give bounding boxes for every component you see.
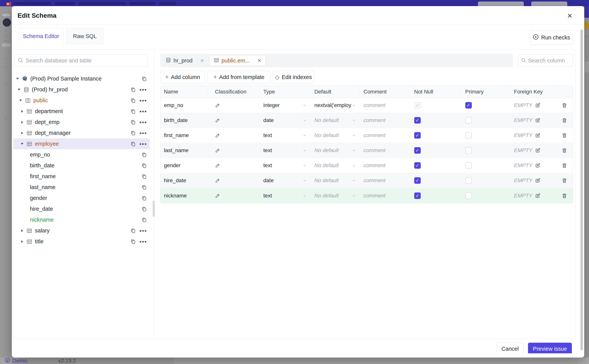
not-null-checkbox[interactable]: [414, 102, 421, 109]
database-search-input[interactable]: [26, 58, 145, 64]
type-select[interactable]: integer: [260, 98, 311, 113]
delete-column-icon[interactable]: [562, 148, 567, 153]
comment-input[interactable]: comment: [363, 193, 385, 199]
copy-icon[interactable]: [141, 174, 147, 179]
edit-foreign-key-icon[interactable]: [535, 178, 540, 183]
default-select[interactable]: No default: [310, 128, 360, 143]
primary-checkbox[interactable]: [465, 162, 472, 169]
copy-icon[interactable]: [141, 206, 147, 212]
panel-resize-handle[interactable]: [153, 201, 154, 217]
copy-icon[interactable]: [130, 98, 136, 103]
not-null-checkbox[interactable]: [414, 132, 421, 139]
edit-foreign-key-icon[interactable]: [535, 163, 540, 168]
classification-edit-icon[interactable]: [215, 163, 220, 168]
classification-edit-icon[interactable]: [215, 118, 220, 123]
tab-raw-sql[interactable]: Raw SQL: [66, 28, 104, 44]
default-select[interactable]: No default: [310, 113, 360, 128]
close-tab-icon[interactable]: ✕: [257, 58, 261, 63]
more-actions-icon[interactable]: •••: [139, 142, 147, 146]
copy-icon[interactable]: [130, 119, 136, 125]
primary-checkbox[interactable]: [465, 132, 472, 139]
cancel-button[interactable]: Cancel: [496, 343, 524, 353]
copy-icon[interactable]: [130, 239, 136, 244]
add-column-button[interactable]: + Add column: [160, 71, 205, 84]
copy-icon[interactable]: [141, 184, 147, 190]
copy-icon[interactable]: [130, 228, 136, 234]
modal-scrollbar[interactable]: [580, 30, 583, 350]
copy-icon[interactable]: [130, 141, 136, 147]
tree-item[interactable]: nickname •••: [13, 214, 150, 225]
classification-edit-icon[interactable]: [215, 103, 220, 108]
comment-input[interactable]: comment: [363, 147, 385, 153]
caret-icon[interactable]: [20, 143, 24, 145]
primary-checkbox[interactable]: [465, 192, 472, 199]
tree-item[interactable]: (Prod) Prod Sample Instance •••: [13, 73, 150, 84]
column-name-input[interactable]: gender: [164, 162, 181, 169]
caret-icon[interactable]: [20, 121, 24, 124]
classification-edit-icon[interactable]: [215, 178, 220, 183]
preview-issue-button[interactable]: Preview issue: [528, 343, 572, 353]
comment-input[interactable]: comment: [363, 162, 385, 169]
edit-foreign-key-icon[interactable]: [535, 193, 540, 198]
copy-icon[interactable]: [141, 217, 147, 223]
tree-item[interactable]: last_name •••: [13, 182, 150, 193]
caret-icon[interactable]: [16, 78, 19, 80]
tree-item[interactable]: gender •••: [13, 193, 150, 203]
comment-input[interactable]: comment: [363, 177, 385, 183]
column-name-input[interactable]: first_name: [164, 132, 189, 138]
more-actions-icon[interactable]: •••: [139, 110, 147, 113]
caret-icon[interactable]: [19, 100, 22, 101]
column-name-input[interactable]: emp_no: [164, 102, 183, 108]
copy-icon[interactable]: [141, 195, 147, 201]
default-select[interactable]: nextval('employ: [310, 98, 360, 113]
more-actions-icon[interactable]: •••: [139, 229, 147, 233]
tree-item[interactable]: first_name •••: [13, 171, 150, 182]
edit-foreign-key-icon[interactable]: [535, 148, 540, 153]
classification-edit-icon[interactable]: [215, 133, 220, 138]
type-select[interactable]: text: [260, 188, 311, 203]
edit-foreign-key-icon[interactable]: [535, 118, 540, 123]
tree-item[interactable]: (Prod) hr_prod •••: [13, 84, 150, 95]
column-search-input[interactable]: [528, 58, 570, 64]
type-select[interactable]: date: [260, 113, 311, 128]
column-search[interactable]: [518, 54, 573, 67]
delete-column-icon[interactable]: [562, 178, 567, 183]
column-name-input[interactable]: birth_date: [164, 117, 188, 123]
type-select[interactable]: text: [260, 128, 311, 143]
tree-item[interactable]: dept_manager •••: [13, 128, 150, 138]
delete-column-icon[interactable]: [562, 132, 567, 138]
delete-column-icon[interactable]: [562, 102, 567, 108]
copy-icon[interactable]: [141, 76, 147, 82]
tree-item[interactable]: dept_emp •••: [13, 117, 150, 128]
run-checks-button[interactable]: Run checks: [530, 31, 573, 45]
copy-icon[interactable]: [130, 87, 136, 92]
tree-item[interactable]: employee •••: [13, 138, 150, 149]
primary-checkbox[interactable]: [465, 117, 472, 124]
default-select[interactable]: No default: [310, 143, 360, 158]
more-actions-icon[interactable]: •••: [139, 99, 147, 102]
type-select[interactable]: text: [260, 143, 311, 158]
comment-input[interactable]: comment: [363, 102, 385, 108]
close-dialog-icon[interactable]: ✕: [565, 11, 574, 20]
tree-item[interactable]: title •••: [13, 236, 150, 247]
panel-resize-handle[interactable]: [154, 201, 154, 217]
add-from-template-button[interactable]: + Add from template: [207, 71, 270, 84]
comment-input[interactable]: comment: [363, 132, 385, 138]
tab-schema-editor[interactable]: Schema Editor: [18, 28, 64, 44]
classification-edit-icon[interactable]: [215, 193, 220, 198]
caret-icon[interactable]: [20, 132, 24, 134]
tree-item[interactable]: hire_date •••: [13, 203, 150, 214]
caret-icon[interactable]: [20, 110, 24, 113]
copy-icon[interactable]: [141, 152, 147, 158]
copy-icon[interactable]: [141, 163, 147, 169]
caret-icon[interactable]: [17, 89, 21, 91]
more-actions-icon[interactable]: •••: [139, 131, 147, 135]
more-actions-icon[interactable]: •••: [139, 240, 147, 243]
tree-item[interactable]: salary •••: [13, 225, 150, 236]
primary-checkbox[interactable]: [465, 177, 472, 184]
editor-tab-database[interactable]: hr_prod ✕: [162, 55, 208, 66]
not-null-checkbox[interactable]: [414, 192, 421, 199]
more-actions-icon[interactable]: •••: [139, 120, 147, 124]
edit-indexes-button[interactable]: ◇ Edit indexes: [273, 71, 314, 84]
edit-foreign-key-icon[interactable]: [535, 103, 540, 108]
